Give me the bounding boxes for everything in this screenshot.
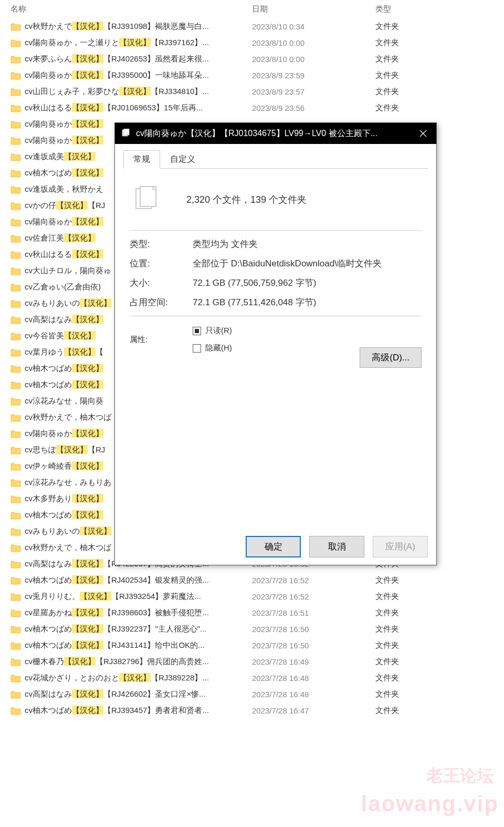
table-row[interactable]: cv山田じぇみ子，彩夢ひな【汉化】【RJ334810】...2023/8/9 2… bbox=[0, 84, 504, 100]
folder-icon bbox=[10, 184, 21, 195]
file-date: 2023/8/9 23:57 bbox=[252, 87, 375, 96]
readonly-label: 只读(R) bbox=[205, 326, 232, 336]
label-type: 类型: bbox=[130, 238, 193, 250]
folder-icon bbox=[10, 445, 21, 456]
file-date: 2023/8/10 0:34 bbox=[252, 22, 375, 31]
folder-icon bbox=[10, 396, 21, 407]
file-date: 2023/7/28 16:48 bbox=[252, 690, 375, 699]
value-size: 72.1 GB (77,506,759,962 字节) bbox=[193, 277, 422, 289]
ok-button[interactable]: 确定 bbox=[246, 536, 301, 557]
file-type: 文件夹 bbox=[375, 87, 454, 97]
label-location: 位置: bbox=[130, 257, 193, 270]
readonly-checkbox[interactable] bbox=[193, 327, 201, 335]
header-name[interactable]: 名称 bbox=[10, 4, 252, 14]
folder-icon bbox=[10, 657, 21, 667]
value-location: 全部位于 D:\BaiduNetdiskDownload\临时文件夹 bbox=[193, 257, 422, 270]
file-date: 2023/7/28 16:50 bbox=[252, 625, 375, 634]
file-name: cv柚木つばめ【汉化】【RJ402534】银发精灵的强... bbox=[25, 575, 252, 585]
folder-icon bbox=[10, 315, 21, 325]
hidden-checkbox[interactable] bbox=[193, 344, 201, 353]
file-name: cv山田じぇみ子，彩夢ひな【汉化】【RJ334810】... bbox=[25, 87, 252, 97]
folder-icon bbox=[10, 54, 21, 65]
folder-icon bbox=[10, 282, 21, 293]
table-row[interactable]: cv柚木つばめ【汉化】【RJ392237】"主人很恶心"...2023/7/28… bbox=[0, 621, 504, 637]
tab-custom[interactable]: 自定义 bbox=[160, 150, 205, 169]
folder-icon bbox=[10, 706, 21, 716]
folder-icon bbox=[10, 201, 21, 211]
svg-rect-1 bbox=[124, 129, 129, 135]
folder-icon bbox=[10, 233, 21, 244]
close-button[interactable] bbox=[410, 123, 436, 144]
table-row[interactable]: cv来夢ふらん【汉化】【RJ402653】虽然看起来很...2023/8/10 … bbox=[0, 51, 504, 67]
folder-icon bbox=[10, 250, 21, 260]
folder-icon bbox=[10, 331, 21, 342]
advanced-button[interactable]: 高级(D)... bbox=[360, 347, 422, 368]
hidden-label: 隐藏(H) bbox=[205, 343, 232, 353]
table-row[interactable]: cv高梨はなみ【汉化】【RJ426602】圣女口淫×惨...2023/7/28 … bbox=[0, 686, 504, 702]
table-row[interactable]: cv秋野かえで【汉化】【RJ391098】褐肤恶魔与白...2023/8/10 … bbox=[0, 18, 504, 35]
header-type[interactable]: 类型 bbox=[375, 4, 459, 14]
tab-general[interactable]: 常规 bbox=[123, 150, 160, 169]
file-date: 2023/8/10 0:00 bbox=[252, 55, 375, 64]
folder-icon bbox=[10, 70, 21, 81]
folder-icon bbox=[10, 152, 21, 162]
watermark-text-2: laowang.vip bbox=[361, 791, 499, 816]
file-type: 文件夹 bbox=[375, 54, 454, 64]
file-name: cv陽向葵ゅか，一之瀬りと【汉化】【RJ397162】... bbox=[25, 38, 252, 48]
file-type: 文件夹 bbox=[375, 103, 454, 113]
folder-icon bbox=[10, 380, 21, 390]
folder-icon bbox=[10, 559, 21, 570]
value-size-on-disk: 72.1 GB (77,511,426,048 字节) bbox=[193, 296, 422, 308]
header-date[interactable]: 日期 bbox=[252, 4, 375, 14]
table-row[interactable]: cv秋山はるる【汉化】【RJ01069653】15年后再...2023/8/9 … bbox=[0, 100, 504, 116]
folder-icon bbox=[10, 347, 21, 358]
dialog-footer: 确定 取消 应用(A) bbox=[115, 530, 436, 565]
titlebar[interactable]: cv陽向葵ゅか【汉化】【RJ01034675】LV99→LV0 被公主殿下... bbox=[115, 123, 436, 144]
folder-icon bbox=[10, 526, 21, 537]
table-row[interactable]: cv柚木つばめ【汉化】【RJ393457】勇者君和贤者...2023/7/28 … bbox=[0, 702, 504, 719]
file-name: cv花城かざり，とおのおと【汉化】【RJ389228】... bbox=[25, 673, 252, 683]
apply-button[interactable]: 应用(A) bbox=[373, 536, 428, 557]
folder-icon bbox=[10, 673, 21, 684]
folder-icon bbox=[10, 494, 21, 504]
file-date: 2023/7/28 16:52 bbox=[252, 576, 375, 585]
properties-dialog: cv陽向葵ゅか【汉化】【RJ01034675】LV99→LV0 被公主殿下...… bbox=[114, 122, 437, 565]
file-type: 文件夹 bbox=[375, 706, 454, 716]
file-type: 文件夹 bbox=[375, 624, 454, 634]
file-name: cv柚木つばめ【汉化】【RJ392237】"主人很恶心"... bbox=[25, 624, 252, 634]
folder-icon bbox=[10, 298, 21, 309]
tabs: 常规 自定义 bbox=[115, 144, 436, 169]
file-type: 文件夹 bbox=[375, 689, 454, 699]
folder-icon bbox=[10, 592, 21, 602]
folder-icon bbox=[10, 119, 21, 130]
label-size: 大小: bbox=[130, 277, 193, 289]
folder-icon bbox=[10, 689, 21, 700]
table-row[interactable]: cv陽向葵ゅか，一之瀬りと【汉化】【RJ397162】...2023/8/10 … bbox=[0, 35, 504, 51]
table-row[interactable]: cv柚木つばめ【汉化】【RJ402534】银发精灵的强...2023/7/28 … bbox=[0, 572, 504, 588]
file-name: cv陽向葵ゅか【汉化】【RJ395000】一味地舔耳朵... bbox=[25, 70, 252, 80]
file-name: cv柚木つばめ【汉化】【RJ431141】给中出OK的... bbox=[25, 640, 252, 650]
table-row[interactable]: cv兎月りりむ。【汉化】【RJ393254】萝莉魔法...2023/7/28 1… bbox=[0, 588, 504, 605]
file-type: 文件夹 bbox=[375, 673, 454, 683]
folder-icon bbox=[10, 608, 21, 618]
folder-icon bbox=[10, 38, 21, 48]
file-date: 2023/8/9 23:59 bbox=[252, 71, 375, 80]
table-row[interactable]: cv柚木つばめ【汉化】【RJ431141】给中出OK的...2023/7/28 … bbox=[0, 637, 504, 654]
dialog-body: 2,320 个文件，139 个文件夹 类型:类型均为 文件夹 位置:全部位于 D… bbox=[115, 169, 436, 530]
file-type: 文件夹 bbox=[375, 592, 454, 602]
table-row[interactable]: cv栅木春乃【汉化】【RJ382796】佣兵团的高贵姓...2023/7/28 … bbox=[0, 654, 504, 670]
table-row[interactable]: cv星羅あかね【汉化】【RJ398603】被触手侵犯堕...2023/7/28 … bbox=[0, 605, 504, 621]
file-date: 2023/7/28 16:52 bbox=[252, 592, 375, 601]
folder-icon bbox=[10, 364, 21, 374]
files-stack-icon bbox=[133, 183, 162, 214]
folder-icon bbox=[10, 22, 21, 32]
table-row[interactable]: cv陽向葵ゅか【汉化】【RJ395000】一味地舔耳朵...2023/8/9 2… bbox=[0, 67, 504, 84]
file-name: cv秋野かえで【汉化】【RJ391098】褐肤恶魔与白... bbox=[25, 22, 252, 32]
table-row[interactable]: cv花城かざり，とおのおと【汉化】【RJ389228】...2023/7/28 … bbox=[0, 670, 504, 686]
file-date: 2023/7/28 16:50 bbox=[252, 641, 375, 650]
cancel-button[interactable]: 取消 bbox=[309, 536, 364, 557]
file-date: 2023/7/28 16:47 bbox=[252, 706, 375, 715]
file-type: 文件夹 bbox=[375, 38, 454, 48]
folder-icon bbox=[10, 478, 21, 488]
label-attrs: 属性: bbox=[130, 335, 193, 345]
